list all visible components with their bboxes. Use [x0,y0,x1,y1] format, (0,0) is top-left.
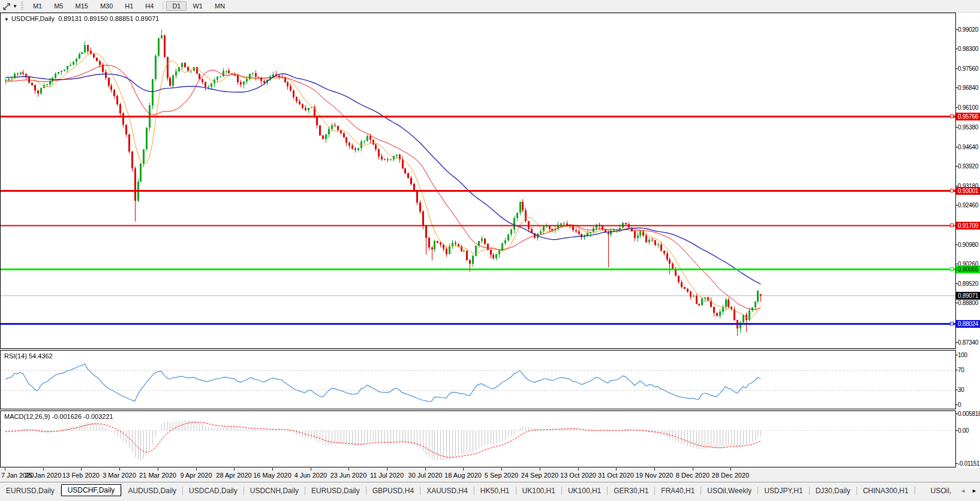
date-axis-tickmark [119,468,120,470]
date-axis-tickmark [196,468,197,470]
hline-price-badge: 0.88024 [956,320,980,328]
date-axis-tickmark [311,468,311,470]
price-axis-tick: 0.92460 [958,202,980,209]
date-axis-label: 18 Aug 2020 [444,472,482,479]
date-axis-label: 16 May 2020 [253,472,291,479]
hline-price-badge: 0.91709 [956,222,980,230]
chart-tab-usdjpy-h1[interactable]: USDJPY,H1 [758,485,808,497]
rsi-axis-tickmark [956,370,958,370]
macd-chart-canvas[interactable] [1,411,955,467]
date-axis-label: 9 Apr 2020 [180,472,212,479]
date-axis-tickmark [5,468,5,470]
price-axis-tickmark [956,49,958,49]
chart-tab-dj30-daily[interactable]: DJ30,Daily [810,485,856,497]
price-axis-tickmark [956,107,958,108]
chart-tab-uk100-h1[interactable]: UK100,H1 [516,485,561,497]
price-axis-tick: 0.96840 [958,84,980,91]
timeframe-button-m5[interactable]: M5 [48,1,69,11]
date-axis-tickmark [158,468,158,470]
date-axis-label: 3 Mar 2020 [103,472,136,479]
chart-tab-usoil-weekly[interactable]: USOil,Weekly [701,485,757,497]
chart-tab-uk100-h1[interactable]: UK100,H1 [562,485,607,497]
price-axis-tick: 0.96100 [958,104,980,111]
tab-scroll-right-icon[interactable]: ► [969,488,980,494]
chart-symbol-label: USDCHF,Daily [11,15,55,22]
price-axis-tickmark [956,147,958,147]
price-axis-tickmark [956,87,958,88]
price-axis-tick: 0.98300 [958,46,980,52]
date-axis-label: 8 Dec 2020 [676,472,710,479]
date-axis-label: 25 Jan 2020 [25,472,62,479]
timeframe-button-h4[interactable]: H4 [139,1,160,11]
timeframe-button-m1[interactable]: M1 [27,1,48,11]
price-axis-tickmark [956,205,958,206]
chart-tab-ger30-h1[interactable]: GER30,H1 [608,485,654,497]
price-axis-tick: 0.97560 [958,65,980,72]
tab-overflow-group: USOil,◄► [924,485,980,497]
price-chart-canvas[interactable] [1,13,955,348]
chart-tab-usdchf-daily[interactable]: USDCHF,Daily [61,484,122,496]
macd-axis-tick: 0.005818 [958,411,980,417]
date-axis-tickmark [578,468,579,470]
toolbar-separator [163,2,163,10]
timeframe-buttons: M1M5M15M30H1H4D1W1MN [27,0,231,12]
date-axis-label: 28 Dec 2020 [712,472,749,479]
date-axis-label: 21 Mar 2020 [139,472,176,479]
chart-tab-eurusd-daily[interactable]: EURUSD,Daily [305,485,366,497]
mt4-terminal-window: ▼ M1M5M15M30H1H4D1W1MN ▼USDCHF,Daily 0.8… [0,0,980,501]
price-axis-tickmark [956,68,958,69]
date-axis-tickmark [731,468,731,470]
price-chart-panel: ▼USDCHF,Daily 0.89131 0.89150 0.88851 0.… [0,13,956,349]
chart-tab-china300-h1[interactable]: CHINA300,H1 [857,485,915,497]
price-axis-tickmark [956,264,958,264]
rsi-chart-canvas[interactable] [1,351,955,409]
tool-dropdown-caret-icon[interactable]: ▼ [13,4,17,9]
date-axis-tickmark [501,468,502,470]
timeframe-button-h1[interactable]: H1 [119,1,139,11]
date-axis-tickmark [654,468,655,470]
chart-tab-hk50-h1[interactable]: HK50,H1 [474,485,516,497]
collapse-triangle-icon[interactable]: ▼ [4,17,9,22]
rsi-axis-tick: 70 [958,367,980,373]
date-axis-label: 4 Jun 2020 [294,472,327,479]
rsi-label: RSI(14) 54.4362 [4,352,53,360]
date-axis-label: 13 Feb 2020 [62,472,100,479]
chart-tab-audusd-daily[interactable]: AUDUSD,Daily [122,485,182,497]
chart-tab-overflow[interactable]: USOil, [924,485,957,497]
price-axis-tick: 0.89520 [958,280,980,287]
date-axis-tickmark [693,468,693,470]
chart-tab-fra40-h1[interactable]: FRA40,H1 [655,485,701,497]
chart-tab-xauusd-h4[interactable]: XAUUSD,H4 [420,485,474,497]
macd-axis-tick: 0.00 [958,427,980,434]
date-axis-label: 30 Jul 2020 [408,472,443,479]
chart-tab-usdcnh-daily[interactable]: USDCNH,Daily [244,485,305,497]
price-axis-tick: 0.87340 [958,339,980,346]
timeframe-button-w1[interactable]: W1 [187,1,209,11]
chart-tab-gbpusd-h4[interactable]: GBPUSD,H4 [366,485,420,497]
timeframe-button-m30[interactable]: M30 [94,1,119,11]
tab-scroll-left-icon[interactable]: ◄ [957,488,969,494]
date-axis-tickmark [43,468,44,470]
current-price-badge: 0.89071 [956,292,980,300]
chart-tab-eurusd-daily[interactable]: EURUSD,Daily [0,485,61,497]
rsi-axis-tick: 100 [958,352,980,358]
timeframe-toolbar: ▼ M1M5M15M30H1H4D1W1MN [0,0,980,13]
date-axis-label: 23 Jun 2020 [330,472,367,479]
chart-ohlc-values: 0.89131 0.89150 0.88851 0.89071 [58,15,159,22]
chart-cursor-icon[interactable] [2,2,11,10]
timeframe-button-m15[interactable]: M15 [69,1,94,11]
toolbar-grip-handle[interactable] [21,2,23,10]
price-axis-tickmark [956,127,958,128]
date-axis-label: 5 Sep 2020 [485,472,518,479]
date-axis-label: 19 Nov 2020 [636,472,673,479]
chart-tab-usdcad-daily[interactable]: USDCAD,Daily [183,485,244,497]
rsi-name: RSI(14) [4,352,27,360]
price-axis-column: 0.990200.983000.975600.968400.961000.953… [956,13,980,468]
macd-label: MACD(12,26,9) -0.001626 -0.003221 [4,413,113,420]
date-axis-label: 13 Oct 2020 [560,472,596,479]
timeframe-button-mn[interactable]: MN [209,1,231,11]
date-axis-tickmark [387,468,387,470]
price-axis-tick: 0.90980 [958,242,980,248]
date-axis-tickmark [348,468,349,470]
timeframe-button-d1[interactable]: D1 [166,1,187,11]
